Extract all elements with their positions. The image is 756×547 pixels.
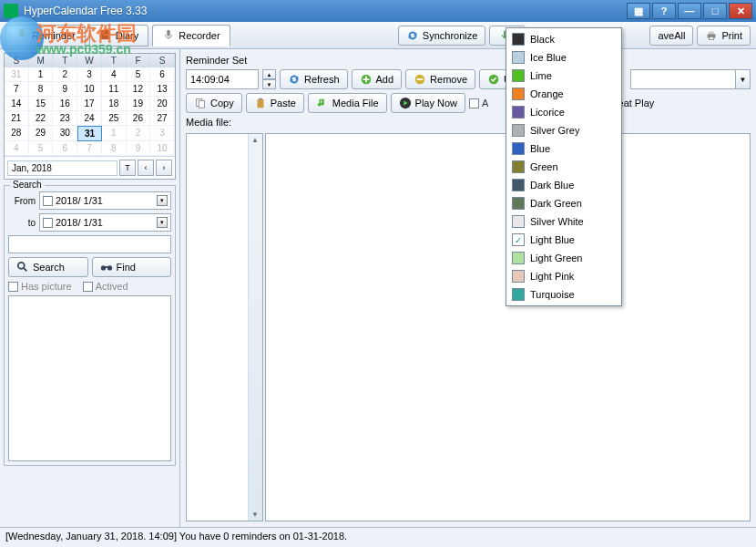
calendar-day[interactable]: 9 <box>127 141 151 156</box>
calendar-month-label[interactable]: Jan, 2018 <box>7 160 117 176</box>
calendar-day[interactable]: 7 <box>5 82 29 97</box>
calendar-day[interactable]: 4 <box>102 67 127 82</box>
minimize-button[interactable]: — <box>678 3 701 19</box>
calendar-day[interactable]: 27 <box>150 111 175 126</box>
calendar-day[interactable]: 22 <box>29 111 54 126</box>
color-option[interactable]: Licorice <box>508 103 619 121</box>
color-option[interactable]: Orange <box>508 85 619 103</box>
has-picture-checkbox[interactable]: Has picture <box>8 281 72 292</box>
calendar-day[interactable]: 1 <box>29 67 54 82</box>
calendar-day[interactable]: 4 <box>5 141 29 156</box>
date-to-checkbox[interactable] <box>43 218 53 228</box>
calendar-next-button[interactable]: › <box>156 160 172 176</box>
calendar-day[interactable]: 6 <box>53 141 77 156</box>
color-option[interactable]: Lime <box>508 67 619 85</box>
calendar-prev-button[interactable]: ‹ <box>138 160 154 176</box>
color-option[interactable]: Black <box>508 30 619 48</box>
synchronize-button[interactable]: Synchronize <box>398 26 486 46</box>
calendar-day[interactable]: 5 <box>29 141 54 156</box>
calendar-day[interactable]: 20 <box>150 97 175 111</box>
date-from-dropdown-icon[interactable]: ▾ <box>157 195 168 206</box>
calendar-day[interactable]: 19 <box>127 97 151 111</box>
scrollbar[interactable] <box>248 134 262 521</box>
calendar-day[interactable]: 11 <box>102 82 127 97</box>
calendar-day[interactable]: 30 <box>53 126 77 141</box>
saveall-button[interactable]: aveAll <box>649 26 693 46</box>
tab-recorder[interactable]: Recorder <box>152 25 230 46</box>
color-option[interactable]: Green <box>508 158 619 176</box>
calendar-day[interactable]: 17 <box>77 97 102 111</box>
tab-reminder[interactable]: Reminder <box>5 25 86 46</box>
calendar-day[interactable]: 3 <box>77 67 102 82</box>
color-option[interactable]: Turquoise <box>508 285 619 304</box>
maximize-button[interactable]: □ <box>703 3 727 19</box>
color-option[interactable]: Ice Blue <box>508 48 619 67</box>
search-button[interactable]: Search <box>8 257 88 277</box>
calendar-day[interactable]: 2 <box>53 67 77 82</box>
theme-button[interactable]: ▦ <box>627 3 650 19</box>
calendar-day[interactable]: 7 <box>77 141 102 156</box>
close-button[interactable]: ✕ <box>729 3 752 19</box>
print-button[interactable]: Print <box>697 26 751 46</box>
calendar-day[interactable]: 8 <box>29 82 54 97</box>
calendar-day[interactable]: 13 <box>150 82 175 97</box>
calendar-day[interactable]: 18 <box>102 97 127 111</box>
add-button[interactable]: Add <box>352 69 403 89</box>
calendar-day[interactable]: 21 <box>5 111 29 126</box>
remove-button[interactable]: Remove <box>405 69 475 89</box>
time-down-button[interactable]: ▼ <box>262 79 276 89</box>
calendar-day[interactable]: 10 <box>77 82 102 97</box>
calendar-day[interactable]: 29 <box>29 126 54 141</box>
calendar-day[interactable]: 16 <box>53 97 77 111</box>
refresh-button[interactable]: Refresh <box>280 69 348 89</box>
calendar-day[interactable]: 23 <box>53 111 77 126</box>
calendar-day[interactable]: 31 <box>77 126 102 141</box>
color-option[interactable]: Light Green <box>508 249 619 267</box>
date-from-checkbox[interactable] <box>43 196 53 206</box>
time-up-button[interactable]: ▲ <box>262 69 276 79</box>
actived-checkbox[interactable]: Actived <box>83 281 128 292</box>
calendar-day[interactable]: 8 <box>102 141 127 156</box>
color-dropdown[interactable]: BlackIce BlueLimeOrangeLicoriceSilver Gr… <box>506 27 622 306</box>
calendar-day[interactable]: 24 <box>77 111 102 126</box>
tab-diary[interactable]: Diary <box>89 25 149 46</box>
calendar-day[interactable]: 3 <box>150 126 175 141</box>
calendar-day[interactable]: 15 <box>29 97 54 111</box>
date-to-input[interactable]: 2018/ 1/31 ▾ <box>39 213 171 232</box>
reminder-list-panel[interactable] <box>186 133 263 521</box>
color-option[interactable]: Dark Green <box>508 194 619 212</box>
calendar-day[interactable]: 31 <box>5 67 29 82</box>
color-option[interactable]: ✓Light Blue <box>508 231 619 249</box>
calendar-day[interactable]: 14 <box>5 97 29 111</box>
calendar-day[interactable]: 26 <box>127 111 151 126</box>
help-button[interactable]: ? <box>652 3 676 19</box>
calendar-day[interactable]: 5 <box>127 67 151 82</box>
date-to-dropdown-icon[interactable]: ▾ <box>157 217 168 228</box>
calendar-today-button[interactable]: T <box>119 160 136 176</box>
calendar-day[interactable]: 2 <box>127 126 151 141</box>
calendar-day[interactable]: 6 <box>150 67 175 82</box>
color-option[interactable]: Blue <box>508 139 619 158</box>
checkbox-a[interactable]: A <box>469 98 488 108</box>
search-results-list[interactable] <box>8 295 171 461</box>
media-file-button[interactable]: Media File <box>308 93 387 113</box>
calendar-day[interactable]: 9 <box>53 82 77 97</box>
update-button[interactable]: U <box>479 69 506 89</box>
calendar-day[interactable]: 25 <box>102 111 127 126</box>
paste-button[interactable]: Paste <box>246 93 304 113</box>
reminder-combo[interactable]: ▼ <box>630 69 751 89</box>
color-option[interactable]: Dark Blue <box>508 176 619 194</box>
date-from-input[interactable]: 2018/ 1/31 ▾ <box>39 191 171 210</box>
calendar-day[interactable]: 28 <box>5 126 29 141</box>
calendar-day[interactable]: 10 <box>150 141 175 156</box>
color-option[interactable]: Silver Grey <box>508 121 619 139</box>
time-input[interactable]: 14:09:04 <box>186 69 259 89</box>
color-option[interactable]: Silver White <box>508 212 619 231</box>
color-option[interactable]: Light Pink <box>508 267 619 285</box>
calendar-day[interactable]: 1 <box>102 126 127 141</box>
find-button[interactable]: Find <box>92 257 172 277</box>
search-text-input[interactable] <box>8 235 171 253</box>
calendar-day[interactable]: 12 <box>127 82 151 97</box>
play-now-button[interactable]: Play Now <box>391 93 465 113</box>
copy-button[interactable]: Copy <box>186 93 242 113</box>
